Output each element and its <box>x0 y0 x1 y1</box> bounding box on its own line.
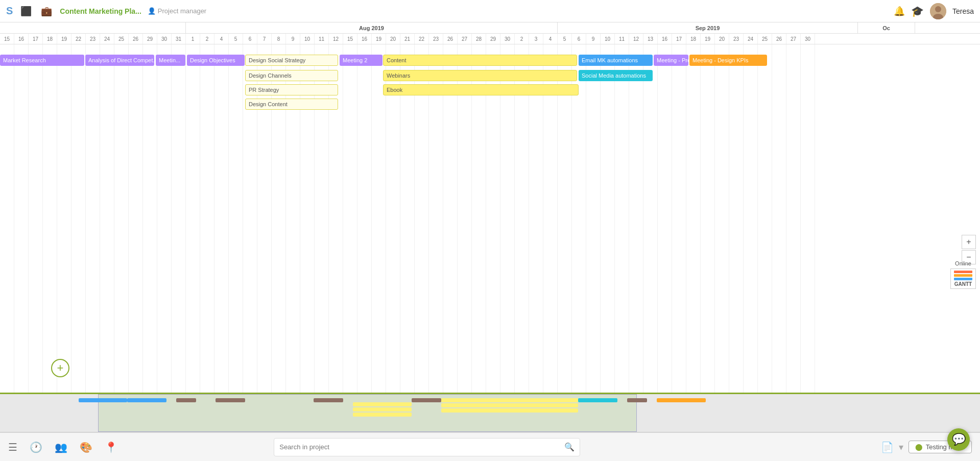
day-cell: 16 <box>658 34 672 44</box>
palette-icon[interactable]: 🎨 <box>80 441 92 453</box>
day-cell: 6 <box>572 34 586 44</box>
task-bar[interactable]: PR Strategy <box>245 84 338 95</box>
day-cell: 12 <box>329 34 343 44</box>
day-cell: 6 <box>243 34 257 44</box>
minimap-bar <box>176 398 196 402</box>
chevron-down-icon[interactable]: ▾ <box>899 442 903 453</box>
minimap-bar <box>79 398 128 402</box>
day-cell: 23 <box>729 34 744 44</box>
day-cell: 9 <box>586 34 601 44</box>
day-cell: 11 <box>615 34 629 44</box>
day-cell: 2 <box>200 34 214 44</box>
day-cell: 20 <box>715 34 729 44</box>
task-bar[interactable]: Design Content <box>245 99 338 110</box>
clock-icon[interactable]: 🕐 <box>30 441 42 453</box>
notification-icon[interactable]: 🔔 <box>894 6 905 17</box>
task-bar[interactable]: Market Research <box>0 55 84 66</box>
day-cell: 4 <box>543 34 558 44</box>
topbar: S ⬛ 💼 Content Marketing Pla... 👤 Project… <box>0 0 980 22</box>
day-cell: 17 <box>29 34 43 44</box>
task-bar[interactable]: Ebook <box>383 84 579 95</box>
month-label: Oc <box>858 22 915 33</box>
month-label <box>0 22 186 33</box>
day-cell: 17 <box>672 34 686 44</box>
month-label: Sep 2019 <box>558 22 858 33</box>
minimap-bar <box>127 398 166 402</box>
gantt-grid: Market ResearchAnalysis of Direct Compet… <box>0 44 980 393</box>
project-title[interactable]: Content Marketing Pla... <box>60 7 141 15</box>
task-bar[interactable]: Meeting - Design KPIs <box>689 55 767 66</box>
minimap-bar <box>441 408 579 413</box>
svg-point-1 <box>935 6 941 12</box>
gantt-container: Aug 2019Sep 2019Oc 151617181922232425262… <box>0 22 980 394</box>
online-label: Online <box>955 260 971 266</box>
zoom-in-button[interactable]: + <box>962 235 976 249</box>
pin-icon[interactable]: 📍 <box>105 441 117 453</box>
add-task-button[interactable]: + <box>51 359 69 377</box>
date-header: Aug 2019Sep 2019Oc 151617181922232425262… <box>0 22 980 44</box>
minimap-bar <box>353 413 412 417</box>
day-cell: 21 <box>400 34 415 44</box>
day-cell: 25 <box>758 34 772 44</box>
task-bar[interactable]: Analysis of Direct Compet... <box>85 55 154 66</box>
minimap-bar <box>314 398 343 402</box>
list-icon[interactable]: ☰ <box>8 441 17 453</box>
task-bar[interactable]: Design Objectives <box>187 55 245 66</box>
minimap-bar <box>441 398 579 402</box>
day-cell: 9 <box>286 34 300 44</box>
binoculars-icon[interactable]: ⬛ <box>19 4 33 18</box>
gantt-icon-box[interactable]: GANTT <box>950 269 976 289</box>
user-name[interactable]: Teresa <box>952 7 974 15</box>
day-cell: 30 <box>500 34 515 44</box>
task-bar[interactable]: Content <box>383 55 577 66</box>
minimap-bar <box>412 398 441 402</box>
day-cell: 27 <box>458 34 472 44</box>
avatar[interactable] <box>930 3 946 19</box>
minimap-bar <box>216 398 245 402</box>
people-icon[interactable]: 👥 <box>55 441 67 453</box>
day-row: 1516171819222324252629303112456789101112… <box>0 34 980 44</box>
day-cell: 8 <box>272 34 286 44</box>
testing-mode-icon: ⬤ <box>915 443 923 451</box>
task-bar[interactable]: Webinars <box>383 70 577 81</box>
day-cell: 31 <box>172 34 186 44</box>
day-cell: 25 <box>114 34 129 44</box>
day-cell: 15 <box>343 34 357 44</box>
gantt-legend: Online GANTT <box>950 260 976 289</box>
minimap-bar <box>353 407 412 411</box>
task-bar[interactable]: Meeting - Pre... <box>654 55 688 66</box>
document-icon[interactable]: 📄 <box>881 441 894 453</box>
day-cell: 27 <box>786 34 801 44</box>
day-cell: 3 <box>529 34 543 44</box>
minimap-bar <box>657 398 706 402</box>
minimap-bar <box>353 402 412 406</box>
task-bar[interactable]: Design Channels <box>245 70 338 81</box>
task-bar[interactable]: Email MK automations <box>579 55 653 66</box>
search-area: 🔍 <box>274 438 580 456</box>
briefcase-icon[interactable]: 💼 <box>39 4 54 18</box>
tasks-layer: Market ResearchAnalysis of Direct Compet… <box>0 44 980 393</box>
day-cell: 7 <box>257 34 272 44</box>
day-cell: 16 <box>357 34 372 44</box>
day-cell: 16 <box>14 34 29 44</box>
day-cell: 23 <box>429 34 443 44</box>
chat-fab[interactable]: 💬 <box>947 428 970 451</box>
search-icon[interactable]: 🔍 <box>564 442 575 452</box>
search-input[interactable] <box>279 443 564 451</box>
day-cell: 22 <box>71 34 86 44</box>
day-cell: 19 <box>57 34 71 44</box>
task-bar[interactable]: Meetin... <box>156 55 185 66</box>
day-cell: 10 <box>601 34 615 44</box>
day-cell: 12 <box>629 34 643 44</box>
day-cell: 4 <box>214 34 229 44</box>
graduation-icon[interactable]: 🎓 <box>911 5 924 17</box>
day-cell: 26 <box>129 34 143 44</box>
day-cell: 13 <box>643 34 658 44</box>
task-bar[interactable]: Design Social Strategy <box>245 55 338 66</box>
day-cell: 20 <box>386 34 400 44</box>
logo-icon[interactable]: S <box>6 5 13 17</box>
task-bar[interactable]: Social Media automations <box>579 70 653 81</box>
task-bar[interactable]: Meeting 2 <box>340 55 383 66</box>
role-label: 👤 Project manager <box>148 7 206 15</box>
minimap-bar <box>441 403 579 407</box>
